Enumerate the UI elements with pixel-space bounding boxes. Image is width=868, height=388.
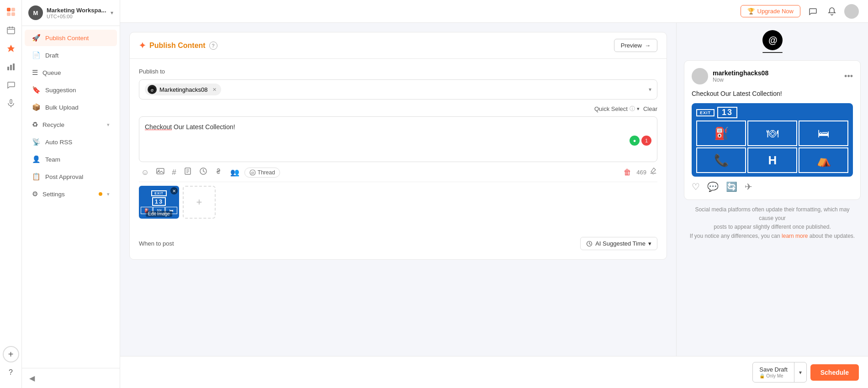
image-icon[interactable] — [154, 166, 167, 179]
sidebar-item-suggestion[interactable]: 🔖 Suggestion — [25, 82, 117, 98]
iconbar-publish[interactable] — [3, 40, 19, 57]
publish-to-label: Publish to — [139, 68, 657, 75]
badge-red: 1 — [641, 136, 651, 146]
sidebar-item-auto-rss[interactable]: 📡 Auto RSS — [25, 134, 117, 150]
sidebar-item-publish-label: Publish Content — [45, 35, 110, 42]
sidebar-nav: 🚀 Publish Content 📄 Draft ☰ Queue 🔖 Sugg… — [22, 26, 120, 368]
preview-more-icon[interactable]: ••• — [844, 72, 853, 81]
queue-icon: ☰ — [32, 68, 38, 77]
ai-time-icon — [586, 241, 593, 247]
account-select-chevron-icon: ▾ — [649, 86, 651, 93]
link-icon[interactable] — [212, 166, 225, 179]
lock-icon: 🔒 — [759, 373, 765, 378]
schedule-button[interactable]: Schedule — [810, 364, 859, 381]
notification-icon-btn[interactable] — [825, 5, 839, 18]
sidebar-item-publish[interactable]: 🚀 Publish Content — [25, 30, 117, 46]
when-to-post-row: When to post AI Suggested Time ▾ — [130, 237, 667, 259]
comment-icon[interactable]: 💬 — [707, 181, 719, 192]
clock-icon[interactable] — [197, 166, 210, 179]
preview-post-text: Checkout Our Latest Collection! — [692, 89, 853, 99]
preview-note: Social media platforms often update thei… — [684, 205, 861, 241]
draft-icon: 📄 — [32, 51, 41, 59]
recycle-icon: ♻ — [32, 121, 38, 129]
sidebar-item-bulk-upload[interactable]: 📦 Bulk Upload — [25, 99, 117, 115]
sidebar-item-post-approval[interactable]: 📋 Post Approval — [25, 168, 117, 185]
preview-panel: @ marketinghacks08 Now ••• Checkout Our … — [676, 23, 868, 388]
upgrade-now-button[interactable]: 🏆 Upgrade Now — [741, 5, 801, 17]
share-icon[interactable]: ✈ — [745, 181, 752, 192]
char-count: 469 — [636, 169, 646, 176]
sidebar-item-draft[interactable]: 📄 Draft — [25, 47, 117, 63]
preview-user-avatar — [692, 68, 708, 84]
sidebar-item-team[interactable]: 👤 Team — [25, 151, 117, 168]
help-icon[interactable]: ? — [209, 42, 217, 50]
sidebar-item-team-label: Team — [45, 156, 110, 163]
save-draft-dropdown-icon[interactable]: ▾ — [794, 366, 806, 379]
sidebar-item-suggestion-label: Suggestion — [45, 87, 110, 94]
trophy-icon: 🏆 — [747, 8, 755, 15]
collapse-sidebar-btn[interactable]: ◀ — [22, 368, 120, 388]
sidebar-item-recycle[interactable]: ♻ Recycle ▾ — [25, 116, 117, 133]
image-thumbnail[interactable]: EXIT 13 ⛽ 🍽 🛏 ✕ Edit Image — [139, 186, 179, 219]
users-icon[interactable]: 👥 — [228, 167, 242, 178]
threads-tab[interactable]: @ — [762, 30, 783, 53]
time-select-dropdown[interactable]: AI Suggested Time ▾ — [580, 237, 657, 250]
when-to-post-label: When to post — [139, 240, 174, 247]
emoji-icon[interactable]: ☺ — [139, 167, 151, 178]
sidebar-item-settings[interactable]: ⚙ Settings ▾ — [25, 186, 117, 202]
iconbar-help[interactable]: ? — [3, 364, 19, 381]
workspace-info: Marketing Workspa... UTC+05:00 — [47, 7, 107, 19]
upgrade-btn-label: Upgrade Now — [757, 8, 794, 15]
post-approval-icon: 📋 — [32, 173, 41, 181]
iconbar-analytics[interactable] — [3, 58, 19, 75]
svg-rect-2 — [7, 12, 11, 16]
iconbar-messages[interactable] — [3, 77, 19, 93]
editor-body: Publish to @ Marketinghacks08 ✕ — [130, 59, 667, 228]
iconbar-add[interactable]: + — [3, 346, 19, 362]
account-select[interactable]: @ Marketinghacks08 ✕ ▾ — [139, 79, 657, 100]
like-icon[interactable]: ♡ — [692, 181, 700, 192]
save-draft-label: Save Draft — [759, 366, 787, 373]
text-rest: Our Latest Collection! — [174, 123, 235, 131]
image-edit-label: Edit Image — [146, 211, 172, 217]
chat-icon-btn[interactable] — [806, 5, 820, 18]
repost-icon[interactable]: 🔄 — [726, 181, 737, 192]
delete-icon[interactable]: 🗑 — [621, 167, 634, 178]
sidebar-item-queue[interactable]: ☰ Queue — [25, 64, 117, 81]
note-icon[interactable] — [181, 166, 194, 179]
post-text-content: Checkout Our Latest Collection! — [145, 122, 651, 132]
svg-rect-9 — [13, 63, 15, 70]
sidebar: M Marketing Workspa... UTC+05:00 ▾ 🚀 Pub… — [22, 0, 120, 388]
learn-more-link[interactable]: learn more — [782, 233, 808, 239]
workspace-chevron-icon: ▾ — [111, 10, 113, 16]
svg-rect-8 — [10, 65, 12, 70]
hashtag-icon[interactable]: # — [169, 167, 178, 178]
paint-icon[interactable] — [649, 167, 657, 178]
preview-button[interactable]: Preview → — [614, 39, 657, 52]
iconbar-logo[interactable] — [3, 4, 19, 20]
thread-button[interactable]: @ Thread — [244, 168, 280, 178]
publish-icon: 🚀 — [32, 34, 41, 42]
preview-image: EXIT 13 ⛽ 🍽 🛏 📞 H ⛺ — [692, 103, 853, 177]
sidebar-item-recycle-label: Recycle — [42, 121, 102, 128]
badge-row: ● 1 — [145, 136, 651, 146]
threads-underline — [762, 52, 783, 53]
account-chip-remove[interactable]: ✕ — [212, 87, 217, 93]
save-draft-sub: 🔒 Only Me — [759, 373, 783, 378]
topbar: 🏆 Upgrade Now — [120, 0, 868, 23]
image-remove-btn[interactable]: ✕ — [170, 187, 178, 194]
svg-rect-1 — [11, 8, 15, 11]
svg-rect-6 — [12, 26, 13, 28]
add-image-button[interactable]: + — [183, 186, 216, 219]
account-chip-name: Marketinghacks08 — [159, 86, 208, 93]
user-avatar[interactable] — [844, 4, 859, 19]
schedule-btn-label: Schedule — [820, 369, 849, 376]
workspace-header[interactable]: M Marketing Workspa... UTC+05:00 ▾ — [22, 0, 120, 26]
iconbar-voice[interactable] — [3, 95, 19, 111]
iconbar-calendar[interactable] — [3, 22, 19, 38]
clear-button[interactable]: Clear — [643, 105, 657, 112]
post-text-area[interactable]: Checkout Our Latest Collection! ● 1 — [139, 116, 657, 162]
sidebar-item-draft-label: Draft — [45, 52, 110, 59]
preview-arrow-icon: → — [645, 42, 651, 49]
save-draft-btn[interactable]: Save Draft 🔒 Only Me ▾ — [752, 362, 806, 383]
